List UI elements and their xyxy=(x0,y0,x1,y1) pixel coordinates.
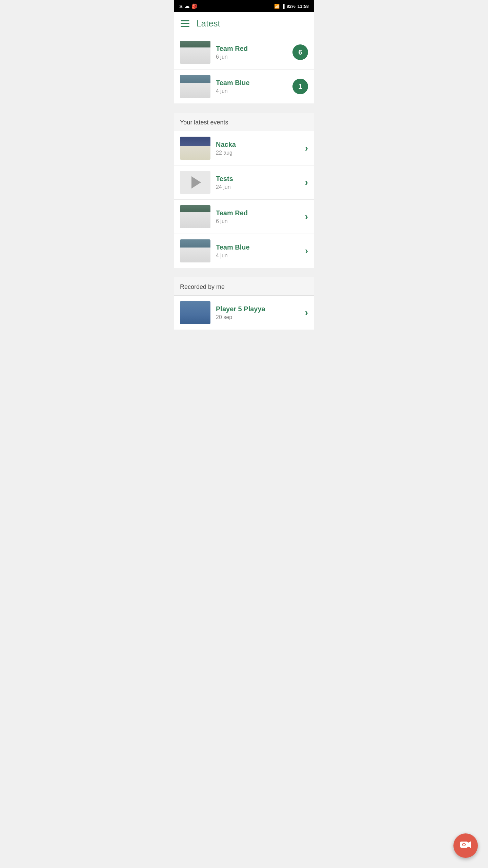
main-content: Team Red 6 jun 6 Team Blue 4 jun 1 Your … xyxy=(174,35,314,330)
latest-events-header: Your latest events xyxy=(174,113,314,131)
status-bar: S ☁ 🎒 📶 ▐ 82% 11:58 xyxy=(174,0,314,12)
battery-text: 82% xyxy=(287,4,296,9)
app-header: Latest xyxy=(174,12,314,35)
item-info: Player 5 Playya 20 sep xyxy=(216,305,305,320)
hockey-image xyxy=(180,137,210,160)
item-title: Team Blue xyxy=(216,79,292,87)
signal-icon: ▐ xyxy=(282,4,285,9)
comments-card: Team Red 6 jun 6 Team Blue 4 jun 1 xyxy=(174,35,314,103)
list-item[interactable]: Nacka 22 aug › xyxy=(174,131,314,165)
cloud-icon: ☁ xyxy=(185,3,189,9)
list-item[interactable]: Team Red 6 jun › xyxy=(174,200,314,234)
item-date: 4 jun xyxy=(216,88,292,94)
section-gap-1 xyxy=(174,105,314,113)
status-right-icons: 📶 ▐ 82% 11:58 xyxy=(274,4,309,9)
page-title: Latest xyxy=(196,18,220,29)
item-info: Team Red 6 jun xyxy=(216,45,292,60)
recorded-by-me-header: Recorded by me xyxy=(174,277,314,296)
chevron-right-icon: › xyxy=(305,308,308,317)
item-info: Team Blue 4 jun xyxy=(216,79,292,94)
item-date: 6 jun xyxy=(216,54,292,60)
item-date: 22 aug xyxy=(216,150,305,156)
item-title: Nacka xyxy=(216,141,305,149)
chevron-right-icon: › xyxy=(305,178,308,187)
team-red-event-thumbnail xyxy=(180,205,210,228)
time-display: 11:58 xyxy=(298,4,309,9)
section-gap-2 xyxy=(174,269,314,277)
player5-thumbnail xyxy=(180,301,210,324)
hockey-image xyxy=(180,239,210,262)
player-image xyxy=(180,301,210,324)
latest-events-card: Your latest events Nacka 22 aug › Tests … xyxy=(174,113,314,268)
comment-badge: 1 xyxy=(292,79,308,94)
item-title: Team Blue xyxy=(216,243,305,251)
chevron-right-icon: › xyxy=(305,143,308,153)
team-blue-event-thumbnail xyxy=(180,239,210,262)
item-info: Nacka 22 aug xyxy=(216,141,305,156)
s-icon: S xyxy=(179,3,183,9)
comment-badge: 6 xyxy=(292,44,308,60)
hamburger-line-2 xyxy=(181,23,189,24)
recorded-by-me-card: Recorded by me Player 5 Playya 20 sep › xyxy=(174,277,314,330)
list-item[interactable]: Team Red 6 jun 6 xyxy=(174,35,314,70)
list-item[interactable]: Team Blue 4 jun › xyxy=(174,234,314,268)
item-date: 20 sep xyxy=(216,314,305,320)
item-info: Tests 24 jun xyxy=(216,175,305,190)
chevron-right-icon: › xyxy=(305,246,308,256)
item-info: Team Blue 4 jun xyxy=(216,243,305,259)
item-title: Player 5 Playya xyxy=(216,305,305,313)
status-left-icons: S ☁ 🎒 xyxy=(179,3,197,9)
hamburger-line-1 xyxy=(181,20,189,21)
list-item[interactable]: Player 5 Playya 20 sep › xyxy=(174,296,314,330)
team-red-thumbnail xyxy=(180,41,210,64)
hamburger-menu-button[interactable] xyxy=(181,20,189,27)
item-date: 6 jun xyxy=(216,218,305,224)
item-info: Team Red 6 jun xyxy=(216,209,305,224)
list-item[interactable]: Tests 24 jun › xyxy=(174,165,314,200)
hamburger-line-3 xyxy=(181,26,189,27)
wifi-icon: 📶 xyxy=(274,4,280,9)
item-date: 24 jun xyxy=(216,184,305,190)
item-title: Team Red xyxy=(216,45,292,53)
play-icon xyxy=(191,176,201,189)
bag-icon: 🎒 xyxy=(191,3,197,9)
tests-thumbnail xyxy=(180,171,210,194)
team-blue-thumbnail xyxy=(180,75,210,98)
item-date: 4 jun xyxy=(216,253,305,259)
chevron-right-icon: › xyxy=(305,212,308,221)
item-title: Team Red xyxy=(216,209,305,217)
list-item[interactable]: Team Blue 4 jun 1 xyxy=(174,70,314,103)
item-title: Tests xyxy=(216,175,305,183)
nacka-thumbnail xyxy=(180,137,210,160)
hockey-image xyxy=(180,75,210,98)
hockey-image xyxy=(180,205,210,228)
hockey-image xyxy=(180,41,210,64)
